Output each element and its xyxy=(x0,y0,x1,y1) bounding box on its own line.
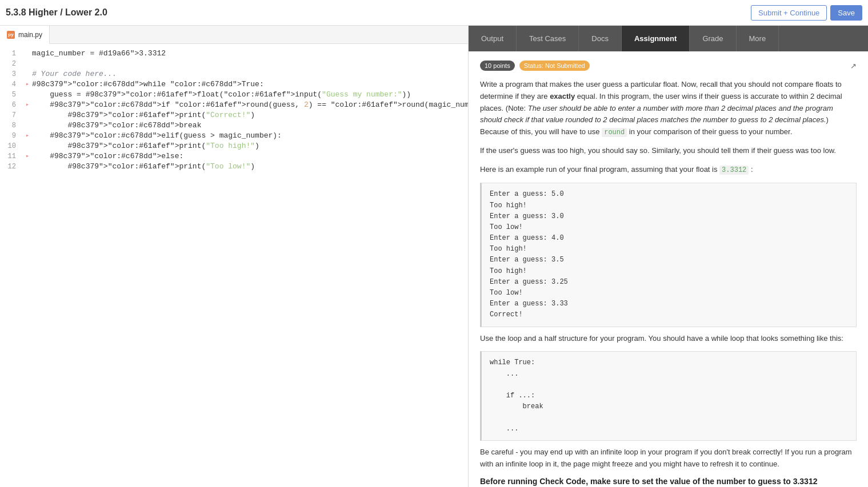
code-line: 11▸ #98c379">"color:#c678dd">else: xyxy=(0,151,468,162)
tab-output[interactable]: Output xyxy=(469,26,517,51)
line-content: #98c379">"color:#61afef">print("Too low!… xyxy=(32,162,468,172)
code-line: 7 #98c379">"color:#61afef">print("Correc… xyxy=(0,110,468,120)
code-line: 9▸ #98c379">"color:#c678dd">elif(guess >… xyxy=(0,131,468,141)
line-number: 9 xyxy=(0,131,23,141)
top-buttons: Submit + Continue Save xyxy=(751,5,862,21)
page-title: 5.3.8 Higher / Lower 2.0 xyxy=(6,7,107,18)
right-panel: OutputTest CasesDocsAssignmentGradeMore … xyxy=(469,26,868,487)
description-para2: If the user's guess was too high, you sh… xyxy=(480,145,857,157)
example-run-block: Enter a guess: 5.0 Too high! Enter a gue… xyxy=(480,183,857,327)
tab-test-cases[interactable]: Test Cases xyxy=(517,26,579,51)
code-line: 8 #98c379">"color:#c678dd">break xyxy=(0,120,468,131)
top-bar: 5.3.8 Higher / Lower 2.0 Submit + Contin… xyxy=(0,0,868,26)
tab-assignment[interactable]: Assignment xyxy=(622,26,690,51)
line-indicator: ▸ xyxy=(23,100,32,110)
description-para1: Write a program that makes the user gues… xyxy=(480,79,857,138)
line-content: #98c379">"color:#c678dd">if "color:#61af… xyxy=(32,100,468,110)
line-number: 8 xyxy=(0,120,23,131)
line-content: guess = #98c379">"color:#61afef">float("… xyxy=(32,90,468,100)
line-number: 12 xyxy=(0,162,23,172)
save-button[interactable]: Save xyxy=(830,5,862,21)
bold-instruction: Before running Check Code, make sure to … xyxy=(480,477,857,486)
line-indicator: ▸ xyxy=(23,151,32,162)
line-number: 11 xyxy=(0,151,23,162)
line-number: 1 xyxy=(0,49,23,59)
assignment-content: 10 points Status: Not Submitted ↗ Write … xyxy=(469,51,868,487)
editor-tab-main[interactable]: py main.py xyxy=(0,26,50,44)
main-layout: py main.py 1magic_number = #d19a66">3.33… xyxy=(0,26,868,487)
line-indicator: ▸ xyxy=(23,79,32,90)
code-line: 2 xyxy=(0,59,468,69)
points-badge: 10 points xyxy=(480,61,515,71)
line-number: 7 xyxy=(0,110,23,120)
external-link-icon[interactable]: ↗ xyxy=(850,62,857,70)
submit-continue-button[interactable]: Submit + Continue xyxy=(751,5,827,21)
description-para3: Here is an example run of your final pro… xyxy=(480,164,857,176)
line-number: 2 xyxy=(0,59,23,69)
line-number: 3 xyxy=(0,69,23,79)
line-content: #98c379">"color:#c678dd">else: xyxy=(32,151,468,162)
code-line: 12 #98c379">"color:#61afef">print("Too l… xyxy=(0,162,468,172)
line-content: #98c379">"color:#c678dd">while "color:#c… xyxy=(32,79,468,90)
line-content: magic_number = #d19a66">3.3312 xyxy=(32,49,468,59)
code-line: 5 guess = #98c379">"color:#61afef">float… xyxy=(0,90,468,100)
code-line: 4▸#98c379">"color:#c678dd">while "color:… xyxy=(0,79,468,90)
line-content: #98c379">"color:#c678dd">break xyxy=(32,120,468,131)
description-para4: Use the loop and a half structure for yo… xyxy=(480,333,857,345)
line-number: 4 xyxy=(0,79,23,90)
code-line: 3# Your code here... xyxy=(0,69,468,79)
description-para5: Be careful - you may end up with an infi… xyxy=(480,446,857,470)
python-icon: py xyxy=(7,31,15,39)
tab-grade[interactable]: Grade xyxy=(690,26,736,51)
editor-panel: py main.py 1magic_number = #d19a66">3.33… xyxy=(0,26,469,487)
status-badge: Status: Not Submitted xyxy=(519,61,590,71)
line-number: 5 xyxy=(0,90,23,100)
line-indicator: ▸ xyxy=(23,131,32,141)
line-content: #98c379">"color:#61afef">print("Correct!… xyxy=(32,110,468,120)
code-line: 10 #98c379">"color:#61afef">print("Too h… xyxy=(0,141,468,151)
title-area: 5.3.8 Higher / Lower 2.0 xyxy=(6,7,751,18)
editor-tab-bar: py main.py xyxy=(0,26,468,44)
tab-more[interactable]: More xyxy=(737,26,779,51)
right-tab-bar: OutputTest CasesDocsAssignmentGradeMore xyxy=(469,26,868,51)
badge-row: 10 points Status: Not Submitted ↗ xyxy=(480,61,857,71)
code-line: 1magic_number = #d19a66">3.3312 xyxy=(0,49,468,59)
line-content: # Your code here... xyxy=(32,69,468,79)
loop-example-block: while True: ... if ...: break ... xyxy=(480,351,857,440)
line-content: #98c379">"color:#c678dd">elif(guess > ma… xyxy=(32,131,468,141)
line-content: #98c379">"color:#61afef">print("Too high… xyxy=(32,141,468,151)
tab-docs[interactable]: Docs xyxy=(579,26,622,51)
editor-tab-label: main.py xyxy=(18,31,42,39)
line-number: 6 xyxy=(0,100,23,110)
line-number: 10 xyxy=(0,141,23,151)
code-line: 6▸ #98c379">"color:#c678dd">if "color:#6… xyxy=(0,100,468,110)
code-editor[interactable]: 1magic_number = #d19a66">3.331223# Your … xyxy=(0,44,468,487)
